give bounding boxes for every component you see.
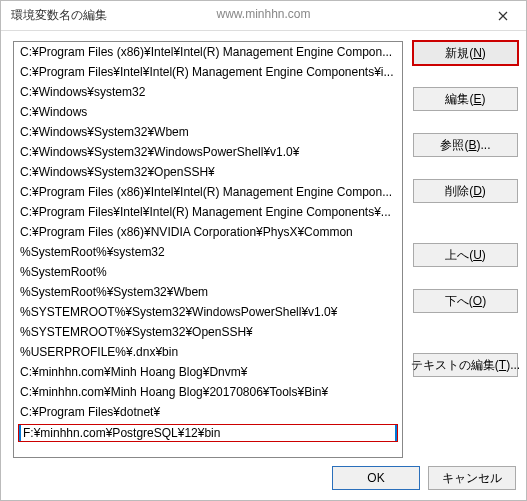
btn-suffix: )	[482, 46, 486, 60]
list-item[interactable]: %SYSTEMROOT%¥System32¥WindowsPowerShell¥…	[14, 302, 402, 322]
close-button[interactable]	[480, 1, 526, 31]
btn-key: N	[473, 46, 482, 60]
btn-label: 下へ(	[445, 293, 473, 310]
btn-suffix: )...	[477, 138, 491, 152]
path-edit-input[interactable]	[21, 425, 395, 441]
btn-suffix: )	[482, 294, 486, 308]
titlebar: 環境変数名の編集 www.minhhn.com	[1, 1, 526, 31]
move-up-button[interactable]: 上へ(U)	[413, 243, 518, 267]
list-item[interactable]: %SystemRoot%	[14, 262, 402, 282]
list-item[interactable]: C:¥Windows¥System32¥WindowsPowerShell¥v1…	[14, 142, 402, 162]
list-item[interactable]: %USERPROFILE%¥.dnx¥bin	[14, 342, 402, 362]
list-item[interactable]: C:¥Windows¥System32¥OpenSSH¥	[14, 162, 402, 182]
list-item[interactable]: %SYSTEMROOT%¥System32¥OpenSSH¥	[14, 322, 402, 342]
close-icon	[498, 11, 508, 21]
btn-label: 編集(	[445, 91, 473, 108]
list-item[interactable]: C:¥minhhn.com¥Minh Hoang Blog¥Dnvm¥	[14, 362, 402, 382]
btn-label: 新規(	[445, 45, 473, 62]
ok-button[interactable]: OK	[332, 466, 420, 490]
list-item[interactable]: C:¥Windows¥system32	[14, 82, 402, 102]
list-item[interactable]: C:¥Windows	[14, 102, 402, 122]
edit-row	[18, 424, 398, 442]
list-item[interactable]: %SystemRoot%¥system32	[14, 242, 402, 262]
edit-button[interactable]: 編集(E)	[413, 87, 518, 111]
list-item[interactable]: %SystemRoot%¥System32¥Wbem	[14, 282, 402, 302]
new-button[interactable]: 新規(N)	[413, 41, 518, 65]
list-item[interactable]: C:¥minhhn.com¥Minh Hoang Blog¥20170806¥T…	[14, 382, 402, 402]
delete-button[interactable]: 削除(D)	[413, 179, 518, 203]
list-item[interactable]: C:¥Program Files¥Intel¥Intel(R) Manageme…	[14, 202, 402, 222]
btn-key: B	[468, 138, 476, 152]
btn-label: 上へ(	[445, 247, 473, 264]
btn-suffix: )	[482, 248, 486, 262]
list-item[interactable]: C:¥Program Files (x86)¥Intel¥Intel(R) Ma…	[14, 182, 402, 202]
btn-key: O	[473, 294, 482, 308]
edit-row-highlight	[14, 422, 402, 444]
move-down-button[interactable]: 下へ(O)	[413, 289, 518, 313]
btn-key: T	[499, 358, 506, 372]
btn-key: U	[473, 248, 482, 262]
btn-label: 削除(	[445, 183, 473, 200]
cancel-button[interactable]: キャンセル	[428, 466, 516, 490]
watermark-text: www.minhhn.com	[216, 7, 310, 21]
window-title: 環境変数名の編集	[11, 7, 107, 24]
text-edit-button[interactable]: テキストの編集(T)...	[413, 353, 518, 377]
path-listbox[interactable]: C:¥Program Files (x86)¥Intel¥Intel(R) Ma…	[13, 41, 403, 458]
btn-suffix: )...	[506, 358, 520, 372]
browse-button[interactable]: 参照(B)...	[413, 133, 518, 157]
list-item[interactable]: C:¥Program Files¥dotnet¥	[14, 402, 402, 422]
btn-key: E	[473, 92, 481, 106]
button-column: 新規(N) 編集(E) 参照(B)... 削除(D) 上へ(U) 下へ(O)	[413, 41, 518, 458]
btn-label: 参照(	[440, 137, 468, 154]
btn-label: テキストの編集(	[411, 357, 499, 374]
dialog-footer: OK キャンセル	[13, 466, 518, 490]
list-item[interactable]: C:¥Program Files¥Intel¥Intel(R) Manageme…	[14, 62, 402, 82]
list-item[interactable]: C:¥Program Files (x86)¥NVIDIA Corporatio…	[14, 222, 402, 242]
path-list-viewport: C:¥Program Files (x86)¥Intel¥Intel(R) Ma…	[14, 42, 402, 457]
list-item[interactable]: C:¥Program Files (x86)¥Intel¥Intel(R) Ma…	[14, 42, 402, 62]
main-row: C:¥Program Files (x86)¥Intel¥Intel(R) Ma…	[13, 41, 518, 458]
btn-key: D	[473, 184, 482, 198]
btn-suffix: )	[482, 184, 486, 198]
list-item[interactable]: C:¥Windows¥System32¥Wbem	[14, 122, 402, 142]
dialog-body: C:¥Program Files (x86)¥Intel¥Intel(R) Ma…	[1, 31, 526, 500]
btn-suffix: )	[482, 92, 486, 106]
